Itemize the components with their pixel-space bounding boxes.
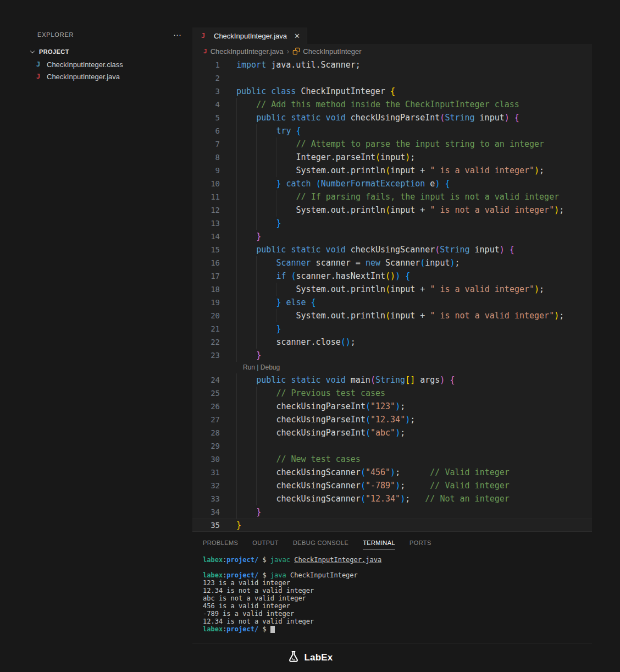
code-line[interactable]: 21}	[192, 322, 592, 335]
code-line-content: // Attempt to parse the input string to …	[236, 137, 544, 151]
more-actions-icon[interactable]: ···	[173, 32, 181, 37]
line-number: 13	[192, 217, 220, 230]
code-line-content: checkUsingParseInt("abc");	[236, 426, 405, 439]
codelens-debug-link[interactable]: Debug	[261, 363, 280, 371]
indent-guide	[236, 387, 256, 400]
code-line[interactable]: 13}	[192, 217, 592, 230]
indent-guide	[276, 137, 296, 151]
terminal-output[interactable]: labex:project/ $ javac CheckInputInteger…	[192, 549, 592, 633]
line-number: 14	[192, 230, 220, 243]
code-line[interactable]: 34}	[192, 505, 592, 519]
breadcrumb: J CheckInputInteger.java › CheckInputInt…	[192, 44, 592, 58]
indent-guide	[276, 309, 296, 322]
code-line-content: import java.util.Scanner;	[236, 58, 361, 71]
file-item-class[interactable]: J CheckInputInteger.class	[0, 58, 192, 70]
codelens-run-link[interactable]: Run	[243, 363, 255, 371]
code-line[interactable]: 14}	[192, 230, 592, 243]
indent-guide	[236, 439, 256, 453]
code-line[interactable]: 19} else {	[192, 296, 592, 309]
code-line[interactable]: 5public static void checkUsingParseInt(S…	[192, 111, 592, 124]
breadcrumb-file[interactable]: CheckInputInteger.java	[211, 47, 284, 56]
indent-guide	[236, 98, 256, 111]
code-line[interactable]: 18System.out.println(input + " is a vali…	[192, 283, 592, 296]
project-section-label: PROJECT	[39, 48, 69, 55]
line-number: 7	[192, 137, 220, 151]
code-line[interactable]: 33checkUsingScanner("12.34"); // Not an …	[192, 492, 592, 505]
tab-ports[interactable]: PORTS	[409, 539, 431, 549]
code-line-content: System.out.println(input + " is a valid …	[236, 164, 544, 177]
code-line-content: }	[236, 505, 261, 519]
indent-guide	[236, 492, 256, 505]
code-line[interactable]: 15public static void checkUsingScanner(S…	[192, 243, 592, 256]
indent-guide	[236, 190, 256, 203]
code-line-content: // If parsing fails, the input is not a …	[236, 190, 559, 203]
tab-checkinputinteger-java[interactable]: J CheckInputInteger.java ✕	[192, 27, 307, 44]
terminal-line: 12.34 is not a valid integer	[203, 587, 592, 594]
code-line[interactable]: 10} catch (NumberFormatException e) {	[192, 177, 592, 190]
code-line[interactable]: 8Integer.parseInt(input);	[192, 151, 592, 164]
code-line[interactable]: 4// Add this method inside the CheckInpu…	[192, 98, 592, 111]
tab-debug-console[interactable]: DEBUG CONSOLE	[293, 539, 348, 549]
indent-guide	[236, 335, 256, 349]
code-line[interactable]: 23}	[192, 349, 592, 362]
tab-terminal[interactable]: TERMINAL	[363, 539, 395, 549]
code-line-content: checkUsingParseInt("123");	[236, 400, 405, 413]
code-line-content: public static void main(String[] args) {	[236, 373, 455, 387]
code-line[interactable]: 22scanner.close();	[192, 335, 592, 349]
indent-guide	[236, 124, 256, 137]
indent-guide	[236, 111, 256, 124]
code-line[interactable]: 20System.out.println(input + " is not a …	[192, 309, 592, 322]
line-number: 34	[192, 505, 220, 519]
code-line[interactable]: 28checkUsingParseInt("abc");	[192, 426, 592, 439]
code-line[interactable]: 27checkUsingParseInt("12.34");	[192, 413, 592, 426]
indent-guide	[256, 479, 276, 492]
code-line[interactable]: 31checkUsingScanner("456"); // Valid int…	[192, 466, 592, 479]
project-section-header[interactable]: PROJECT	[0, 45, 192, 58]
code-line[interactable]: 25// Previous test cases	[192, 387, 592, 400]
code-line[interactable]: 17if (scanner.hasNextInt()) {	[192, 269, 592, 283]
code-line[interactable]: 16Scanner scanner = new Scanner(input);	[192, 256, 592, 269]
line-number: 29	[192, 439, 220, 453]
code-line[interactable]: 32checkUsingScanner("-789"); // Valid in…	[192, 479, 592, 492]
labex-footer: LabEx	[0, 643, 620, 672]
indent-guide	[276, 283, 296, 296]
code-line-content: // Add this method inside the CheckInput…	[236, 98, 519, 111]
line-number: 3	[192, 85, 220, 98]
code-line-content: // Previous test cases	[236, 387, 385, 400]
code-line[interactable]: 26checkUsingParseInt("123");	[192, 400, 592, 413]
code-line-content: System.out.println(input + " is not a va…	[236, 309, 564, 322]
close-icon[interactable]: ✕	[294, 32, 300, 40]
code-line[interactable]: 35}	[192, 519, 592, 532]
indent-guide	[276, 151, 296, 164]
code-line[interactable]: 9System.out.println(input + " is a valid…	[192, 164, 592, 177]
line-number: 16	[192, 256, 220, 269]
code-line-content: checkUsingParseInt("12.34");	[236, 413, 415, 426]
tab-output[interactable]: OUTPUT	[252, 539, 279, 549]
file-item-java[interactable]: J CheckInputInteger.java	[0, 70, 192, 82]
code-line[interactable]: 2	[192, 71, 592, 85]
indent-guide	[276, 203, 296, 217]
code-line-content: checkUsingScanner("456"); // Valid integ…	[236, 466, 510, 479]
code-line[interactable]: 24public static void main(String[] args)…	[192, 373, 592, 387]
line-number: 10	[192, 177, 220, 190]
code-line-content: }	[236, 349, 261, 362]
code-editor[interactable]: 1import java.util.Scanner;23public class…	[192, 58, 592, 532]
breadcrumb-symbol[interactable]: CheckInputInteger	[303, 47, 361, 56]
line-number: 6	[192, 124, 220, 137]
indent-guide	[256, 413, 276, 426]
code-line[interactable]: 29	[192, 439, 592, 453]
indent-guide	[256, 177, 276, 190]
code-line[interactable]: 7// Attempt to parse the input string to…	[192, 137, 592, 151]
code-line[interactable]: 12System.out.println(input + " is not a …	[192, 203, 592, 217]
code-line[interactable]: 6try {	[192, 124, 592, 137]
indent-guide	[236, 256, 256, 269]
code-line[interactable]: 11// If parsing fails, the input is not …	[192, 190, 592, 203]
codelens-separator: |	[255, 363, 261, 371]
code-line[interactable]: 30// New test cases	[192, 453, 592, 466]
line-number: 15	[192, 243, 220, 256]
indent-guide	[256, 296, 276, 309]
indent-guide	[256, 309, 276, 322]
code-line[interactable]: 3public class CheckInputInteger {	[192, 85, 592, 98]
code-line[interactable]: 1import java.util.Scanner;	[192, 58, 592, 71]
tab-problems[interactable]: PROBLEMS	[203, 539, 238, 549]
